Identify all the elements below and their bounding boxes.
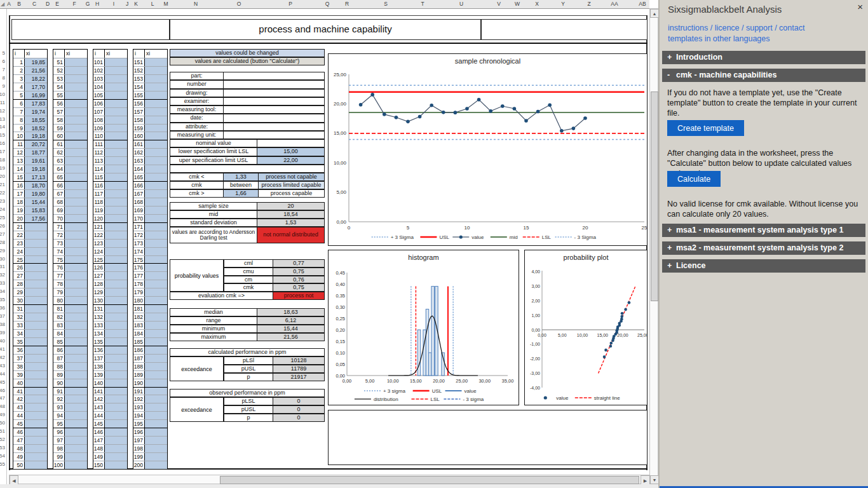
xi-value-cell[interactable] xyxy=(25,379,47,387)
xi-value-cell[interactable] xyxy=(25,305,47,313)
xi-value-cell[interactable] xyxy=(25,412,47,419)
xi-value-cell[interactable] xyxy=(145,428,167,436)
scroll-right-arrow[interactable]: ▶ xyxy=(641,475,650,485)
scroll-left-arrow[interactable]: ◀ xyxy=(10,475,18,485)
xi-value-cell[interactable] xyxy=(105,58,127,66)
xi-value-cell[interactable] xyxy=(145,58,167,66)
meta-value-cell[interactable] xyxy=(223,105,325,114)
row-header[interactable]: 28 xyxy=(0,240,6,247)
xi-value-cell[interactable] xyxy=(145,140,167,148)
xi-value-cell[interactable] xyxy=(105,264,127,271)
row-header[interactable]: 14 xyxy=(0,124,6,132)
xi-value-cell[interactable] xyxy=(25,223,47,231)
xi-value-cell[interactable] xyxy=(65,116,87,124)
row-header[interactable]: 30 xyxy=(0,256,6,264)
vertical-scrollbar[interactable]: ▲ ▼ xyxy=(649,8,658,484)
xi-value-cell[interactable] xyxy=(105,173,127,181)
xi-value-cell[interactable] xyxy=(145,330,167,337)
column-header-Z[interactable]: Z xyxy=(587,1,590,7)
row-header[interactable]: 36 xyxy=(0,305,6,313)
column-header-L[interactable]: L xyxy=(151,1,154,7)
row-header[interactable]: 6 xyxy=(0,58,6,66)
xi-value-cell[interactable] xyxy=(105,461,127,469)
xi-value-cell[interactable] xyxy=(65,67,87,74)
meta-value-cell[interactable] xyxy=(223,89,325,97)
cmk-threshold-value[interactable]: 1,33 xyxy=(223,173,259,181)
row-header[interactable]: 7 xyxy=(0,67,6,74)
scroll-down-arrow[interactable]: ▼ xyxy=(650,475,659,484)
meta-value-cell[interactable] xyxy=(223,114,325,122)
xi-value-cell[interactable] xyxy=(65,388,87,395)
xi-value-cell[interactable] xyxy=(65,437,87,444)
horizontal-scrollbar[interactable]: ◀ ▶ xyxy=(9,475,649,484)
column-header-Y[interactable]: Y xyxy=(561,1,565,7)
row-header[interactable]: 15 xyxy=(0,132,6,140)
xi-value-cell[interactable] xyxy=(145,437,167,444)
xi-value-cell[interactable] xyxy=(105,149,127,156)
column-header-W[interactable]: W xyxy=(515,1,520,7)
row-header[interactable]: 45 xyxy=(0,379,6,387)
row-header[interactable]: 27 xyxy=(0,231,6,239)
lsl-value-cell[interactable]: 15,00 xyxy=(257,147,325,156)
xi-value-cell[interactable] xyxy=(25,461,47,469)
xi-value-cell[interactable]: 19,61 xyxy=(25,157,47,165)
xi-value-cell[interactable] xyxy=(145,67,167,74)
horizontal-scroll-thumb[interactable] xyxy=(220,476,639,484)
row-header[interactable]: 21 xyxy=(0,182,6,189)
xi-value-cell[interactable] xyxy=(65,132,87,140)
column-header-S[interactable]: S xyxy=(384,1,388,7)
xi-value-cell[interactable] xyxy=(25,346,47,354)
xi-value-cell[interactable] xyxy=(105,256,127,264)
xi-value-cell[interactable] xyxy=(65,264,87,271)
xi-value-cell[interactable] xyxy=(105,190,127,198)
section-cmk[interactable]: -cmk - machine capabilities xyxy=(662,69,865,82)
xi-value-cell[interactable] xyxy=(105,272,127,280)
xi-value-cell[interactable] xyxy=(65,420,87,428)
xi-value-cell[interactable] xyxy=(65,272,87,280)
xi-value-cell[interactable] xyxy=(105,108,127,116)
xi-value-cell[interactable] xyxy=(65,305,87,313)
row-header[interactable]: 49 xyxy=(0,412,6,419)
row-header[interactable]: 22 xyxy=(0,190,6,198)
xi-value-cell[interactable] xyxy=(65,173,87,181)
xi-value-cell[interactable] xyxy=(65,207,87,214)
xi-value-cell[interactable] xyxy=(105,207,127,214)
xi-value-cell[interactable] xyxy=(145,346,167,354)
xi-value-cell[interactable] xyxy=(145,182,167,189)
row-header[interactable]: 10 xyxy=(0,92,6,99)
xi-value-cell[interactable] xyxy=(105,223,127,231)
calculate-button[interactable]: Calculate xyxy=(667,171,721,187)
column-header-X[interactable]: X xyxy=(535,1,539,7)
xi-value-cell[interactable] xyxy=(65,190,87,198)
xi-value-cell[interactable]: 19,18 xyxy=(25,132,47,140)
row-header[interactable]: 26 xyxy=(0,223,6,231)
xi-value-cell[interactable] xyxy=(105,248,127,255)
xi-value-cell[interactable] xyxy=(145,165,167,173)
xi-value-cell[interactable] xyxy=(105,322,127,329)
xi-value-cell[interactable] xyxy=(145,272,167,280)
xi-value-cell[interactable] xyxy=(105,363,127,370)
xi-value-cell[interactable] xyxy=(145,264,167,271)
xi-value-cell[interactable] xyxy=(145,223,167,231)
links-instructions-licence-support-contact[interactable]: instructions / licence / support / conta… xyxy=(668,23,804,34)
xi-value-cell[interactable] xyxy=(145,92,167,99)
meta-value-cell[interactable] xyxy=(223,123,325,131)
xi-value-cell[interactable] xyxy=(145,453,167,461)
row-header[interactable]: 8 xyxy=(0,75,6,83)
xi-value-cell[interactable] xyxy=(65,165,87,173)
row-header[interactable]: 18 xyxy=(0,157,6,165)
xi-value-cell[interactable] xyxy=(25,280,47,288)
column-header-U[interactable]: U xyxy=(459,1,463,7)
vertical-scroll-thumb[interactable] xyxy=(651,92,658,301)
meta-value-cell[interactable] xyxy=(223,131,325,139)
xi-value-cell[interactable] xyxy=(65,453,87,461)
xi-value-cell[interactable] xyxy=(25,453,47,461)
xi-value-cell[interactable] xyxy=(145,288,167,296)
column-header-T[interactable]: T xyxy=(421,1,424,7)
xi-value-cell[interactable] xyxy=(25,297,47,304)
xi-value-cell[interactable] xyxy=(65,371,87,379)
xi-value-cell[interactable] xyxy=(145,445,167,452)
xi-value-cell[interactable] xyxy=(145,215,167,222)
xi-value-cell[interactable] xyxy=(65,363,87,370)
xi-value-cell[interactable] xyxy=(105,437,127,444)
